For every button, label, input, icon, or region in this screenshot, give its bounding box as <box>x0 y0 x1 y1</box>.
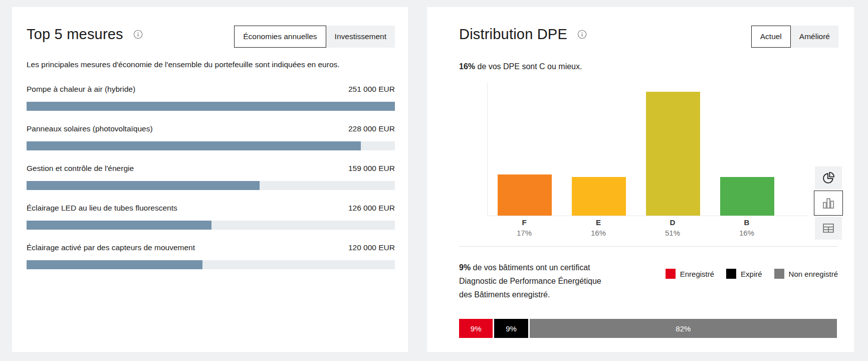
dpe-toggle-group: Actuel Amélioré <box>751 26 838 48</box>
legend-label: Enregistré <box>680 270 714 278</box>
divider <box>459 246 838 247</box>
top5-header: Top 5 mesures <box>27 26 143 43</box>
measure-bar-fill <box>27 102 395 111</box>
dpe-subtitle-rest: de vos DPE sont C ou mieux. <box>475 62 582 71</box>
measure-row: Éclairage activé par des capteurs de mou… <box>27 241 395 269</box>
table-icon <box>821 221 835 235</box>
dpe-category-letter: D <box>645 218 700 227</box>
measure-bar-fill <box>27 221 211 230</box>
legend-swatch <box>666 269 676 279</box>
measure-bar-fill <box>27 260 202 269</box>
measure-bar-track <box>27 102 395 111</box>
dpe-label-E: E16% <box>571 218 625 237</box>
top5-measures-card: Top 5 mesures Économies annuelles Invest… <box>12 7 408 352</box>
top5-description: Les principales mesures d'économie de l'… <box>27 60 340 69</box>
dpe-label-D: D51% <box>645 218 700 237</box>
dpe-bar-F[interactable] <box>498 174 552 216</box>
dpe-subtitle-bold: 16% <box>459 62 475 71</box>
measure-row: Pompe à chaleur à air (hybride)251 000 E… <box>27 83 395 111</box>
pie-chart-icon <box>821 171 835 185</box>
dpe-subtitle: 16% de vos DPE sont C ou mieux. <box>459 62 582 71</box>
table-icon-button[interactable] <box>815 217 842 240</box>
measure-row: Gestion et contrôle de l'énergie159 000 … <box>27 162 395 190</box>
dpe-category-letter: B <box>720 218 774 227</box>
measure-row: Panneaux solaires (photovoltaïques)228 0… <box>27 122 395 150</box>
epc-stacked-bar: 9%9%82% <box>459 319 837 338</box>
measure-label: Panneaux solaires (photovoltaïques) <box>27 124 153 133</box>
measure-value: 159 000 EUR <box>348 164 395 173</box>
dpe-category-percent: 16% <box>720 229 774 237</box>
measure-bar-fill <box>27 181 260 190</box>
dpe-label-B: B16% <box>720 218 774 237</box>
legend-item: Enregistré <box>666 269 714 279</box>
measure-bar-track <box>27 260 395 269</box>
legend-item: Expiré <box>726 269 762 279</box>
measure-bar-track <box>27 221 395 230</box>
measure-bar-track <box>27 141 395 150</box>
legend-swatch <box>774 269 784 279</box>
epc-stack-segment[interactable]: 9% <box>494 319 528 338</box>
dpe-bar-chart <box>487 83 808 216</box>
dpe-category-letter: F <box>497 218 551 227</box>
dpe-category-percent: 51% <box>645 229 700 237</box>
legend-item: Non enregistré <box>774 269 838 279</box>
epc-legend: EnregistréExpiréNon enregistré <box>666 269 838 279</box>
dpe-category-letter: E <box>571 218 625 227</box>
measure-value: 251 000 EUR <box>348 85 395 94</box>
bar-chart-icon <box>821 196 836 211</box>
legend-label: Non enregistré <box>789 270 838 278</box>
measure-label: Gestion et contrôle de l'énergie <box>27 164 134 173</box>
measure-value: 126 000 EUR <box>348 204 395 213</box>
info-icon[interactable] <box>133 30 143 39</box>
dpe-category-percent: 17% <box>497 229 551 237</box>
toggle-ameliore[interactable]: Amélioré <box>791 26 838 48</box>
measures-list: Pompe à chaleur à air (hybride)251 000 E… <box>27 83 395 281</box>
page-title-top5: Top 5 mesures <box>27 26 123 43</box>
dpe-bar-E[interactable] <box>572 177 626 216</box>
dpe-bar-D[interactable] <box>646 92 700 216</box>
measure-label: Éclairage activé par des capteurs de mou… <box>27 243 195 252</box>
toggle-actuel[interactable]: Actuel <box>751 26 791 48</box>
measure-label: Éclairage LED au lieu de tubes fluoresce… <box>27 204 177 213</box>
legend-label: Expiré <box>741 270 762 278</box>
dpe-distribution-card: Distribution DPE Actuel Amélioré 16% de … <box>427 7 854 352</box>
dpe-category-percent: 16% <box>571 229 625 237</box>
legend-swatch <box>726 269 736 279</box>
measure-value: 228 000 EUR <box>348 124 395 133</box>
toggle-investissement[interactable]: Investissement <box>326 26 395 48</box>
info-icon[interactable] <box>577 30 587 39</box>
dpe-bar-B[interactable] <box>720 177 774 216</box>
dpe-label-F: F17% <box>497 218 551 237</box>
measure-row: Éclairage LED au lieu de tubes fluoresce… <box>27 202 395 230</box>
epc-note-bold: 9% <box>459 263 471 272</box>
page-title-dpe: Distribution DPE <box>459 26 567 43</box>
measure-value: 120 000 EUR <box>348 243 395 252</box>
top5-toggle-group: Économies annuelles Investissement <box>234 26 395 48</box>
toggle-economies-annuelles[interactable]: Économies annuelles <box>234 26 326 48</box>
pie-chart-icon-button[interactable] <box>815 166 842 190</box>
bar-chart-icon-button[interactable] <box>814 191 843 216</box>
measure-bar-track <box>27 181 395 190</box>
epc-stack-segment[interactable]: 82% <box>530 319 837 338</box>
epc-note-text: 9% de vos bâtiments ont un certificat Di… <box>459 261 624 301</box>
dpe-header: Distribution DPE <box>459 26 587 43</box>
measure-bar-fill <box>27 141 361 150</box>
measure-label: Pompe à chaleur à air (hybride) <box>27 85 135 94</box>
epc-stack-segment[interactable]: 9% <box>459 319 493 338</box>
